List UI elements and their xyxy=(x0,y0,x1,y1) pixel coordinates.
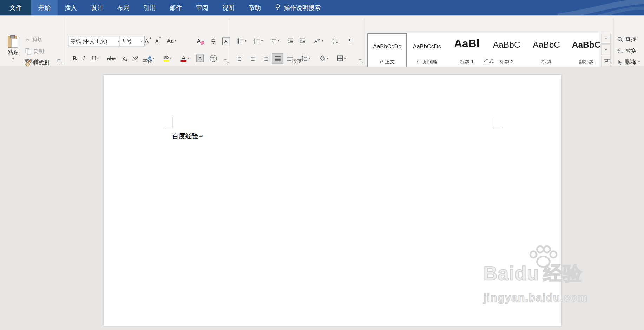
find-button[interactable]: 查找 xyxy=(617,34,636,44)
asian-layout-icon: A 文 xyxy=(314,38,321,45)
replace-button[interactable]: ab 替换 xyxy=(617,46,636,56)
decrease-indent-button[interactable] xyxy=(285,36,296,46)
show-hide-marks-button[interactable]: ¶ xyxy=(345,36,355,46)
baidu-jingyan-watermark: Baidu经验 jingyan.baidu.com xyxy=(484,261,615,304)
style-sample: AaBl xyxy=(448,38,485,50)
svg-text:文: 文 xyxy=(317,39,320,42)
font-name-combobox[interactable]: 等线 (中文正文) ▾ xyxy=(68,36,121,46)
ribbon-tab-bar: 文件 开始 插入 设计 布局 引用 邮件 审阅 视图 帮助 操作说明搜索 xyxy=(0,0,644,15)
chevron-down-icon: ▾ xyxy=(278,39,280,42)
margin-crop-mark xyxy=(493,117,493,128)
style-sample: AaBbCcDc xyxy=(369,43,405,50)
tab-file[interactable]: 文件 xyxy=(0,0,31,15)
style-sample: AaBbCcDc xyxy=(409,43,445,50)
grow-font-letter: A xyxy=(145,38,149,45)
svg-text:A: A xyxy=(314,39,317,44)
document-page[interactable]: 百度经验 ↵ Baidu经验 jingyan.baidu.com xyxy=(104,75,561,326)
grow-font-button[interactable]: A ▴ xyxy=(143,36,153,46)
document-area[interactable]: 百度经验 ↵ Baidu经验 jingyan.baidu.com xyxy=(0,67,644,330)
copy-button[interactable]: 复制 xyxy=(26,46,44,56)
bullets-icon xyxy=(237,38,244,45)
margin-crop-mark xyxy=(493,128,502,128)
chevron-down-icon: ▾ xyxy=(322,39,323,42)
clipboard-paste-icon xyxy=(8,35,18,48)
change-case-letters: Aa xyxy=(167,38,174,45)
change-case-button[interactable]: Aa ▾ xyxy=(164,36,179,46)
tab-design[interactable]: 设计 xyxy=(84,0,110,15)
svg-text:A: A xyxy=(333,38,334,41)
tab-mailings[interactable]: 邮件 xyxy=(163,0,189,15)
tab-references[interactable]: 引用 xyxy=(136,0,163,15)
clear-formatting-button[interactable]: A xyxy=(195,36,206,46)
increase-indent-button[interactable] xyxy=(297,36,308,46)
decrease-indent-icon xyxy=(287,38,294,45)
shrink-font-letter: A xyxy=(155,38,158,44)
paragraph-dialog-launcher-icon[interactable] xyxy=(358,59,363,63)
styles-scroll-up-button[interactable]: ▴ xyxy=(601,33,611,44)
style-sample: AaBbC xyxy=(568,40,605,50)
document-text-line[interactable]: 百度经验 ↵ xyxy=(172,132,203,141)
tab-layout[interactable]: 布局 xyxy=(110,0,136,15)
group-divider xyxy=(613,18,614,64)
paragraph-group-title: 段落 xyxy=(230,58,364,65)
group-divider xyxy=(365,18,365,64)
increase-indent-icon xyxy=(300,38,306,45)
paragraph-mark: ↵ xyxy=(199,134,203,139)
font-group-title: 字体 xyxy=(66,58,229,65)
cut-button[interactable]: ✂ 剪切 xyxy=(26,35,43,45)
group-divider xyxy=(65,18,65,64)
numbering-icon: 1 2 3 xyxy=(254,38,261,45)
copy-icon xyxy=(26,48,31,54)
styles-group-title: 样式 xyxy=(366,58,612,65)
svg-text:3: 3 xyxy=(254,42,255,44)
multilevel-list-button[interactable]: ▾ xyxy=(268,36,282,46)
phonetic-guide-icon: wén 文 xyxy=(211,38,216,45)
watermark-url: jingyan.baidu.com xyxy=(484,291,615,304)
decorative-swirl xyxy=(545,0,644,15)
font-dialog-launcher-icon[interactable] xyxy=(223,59,228,63)
asian-layout-button[interactable]: A 文 ▾ xyxy=(311,36,326,46)
ribbon: 粘贴 ▾ ✂ 剪切 复制 格式刷 剪贴板 等线 (中文正文) ▾ 五号 ▾ A … xyxy=(0,15,644,67)
clipboard-group-title: 剪贴板 xyxy=(0,58,64,65)
chevron-down-icon: ▾ xyxy=(245,39,247,42)
numbering-button[interactable]: 1 2 3 ▾ xyxy=(251,36,265,46)
tell-me-search[interactable]: 操作说明搜索 xyxy=(274,0,321,15)
tab-view[interactable]: 视图 xyxy=(215,0,242,15)
lightbulb-icon xyxy=(274,4,281,12)
copy-label: 复制 xyxy=(33,48,44,55)
font-size-value: 五号 xyxy=(121,38,141,45)
svg-text:Z: Z xyxy=(333,42,334,44)
styles-scroll-down-button[interactable]: ▾ xyxy=(601,44,611,55)
bullets-button[interactable]: ▾ xyxy=(235,36,249,46)
margin-crop-mark xyxy=(172,117,172,128)
character-border-button[interactable]: A xyxy=(221,36,231,46)
chevron-down-icon: ▾ xyxy=(141,40,143,43)
word-window: 文件 开始 插入 设计 布局 引用 邮件 审阅 视图 帮助 操作说明搜索 xyxy=(0,0,644,330)
character-border-icon: A xyxy=(222,37,230,45)
tab-home[interactable]: 开始 xyxy=(31,0,58,15)
clipboard-dialog-launcher-icon[interactable] xyxy=(57,59,62,63)
tab-help[interactable]: 帮助 xyxy=(242,0,268,15)
style-sample: AaBbC xyxy=(488,40,525,50)
paw-print-icon xyxy=(528,243,559,270)
editing-group-title: 编辑 xyxy=(615,58,644,65)
replace-label: 替换 xyxy=(625,47,636,55)
font-size-combobox[interactable]: 五号 ▾ xyxy=(119,36,145,46)
sort-button[interactable]: A Z xyxy=(329,36,342,46)
chevron-down-icon: ▾ xyxy=(175,39,177,42)
chevron-down-icon: ▾ xyxy=(261,39,263,42)
margin-crop-mark xyxy=(164,128,173,128)
tab-insert[interactable]: 插入 xyxy=(58,0,84,15)
tell-me-label: 操作说明搜索 xyxy=(284,4,321,12)
replace-icon: ab xyxy=(617,48,624,54)
scissors-icon: ✂ xyxy=(26,37,30,43)
pilcrow-icon: ¶ xyxy=(349,38,352,45)
multilevel-list-icon xyxy=(270,38,277,45)
phonetic-guide-button[interactable]: wén 文 xyxy=(208,36,219,46)
shrink-font-button[interactable]: A ▾ xyxy=(153,36,163,46)
search-icon xyxy=(617,36,624,43)
cut-label: 剪切 xyxy=(32,36,42,43)
tab-review[interactable]: 审阅 xyxy=(189,0,215,15)
styles-dialog-launcher-icon[interactable] xyxy=(607,59,612,63)
style-sample: AaBbC xyxy=(528,40,565,50)
